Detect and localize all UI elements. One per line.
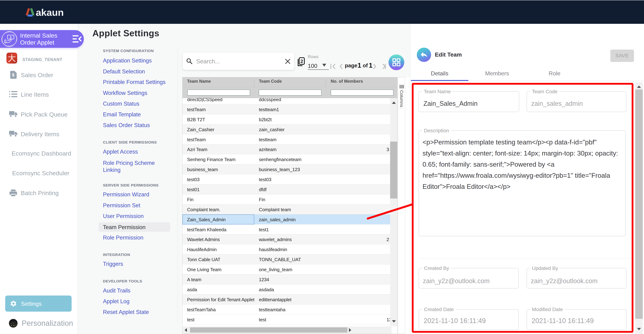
svg-text:$: $ xyxy=(10,36,12,39)
svg-text:$: $ xyxy=(12,72,14,77)
svg-text:2: 2 xyxy=(300,59,303,64)
svg-text:大: 大 xyxy=(8,54,16,63)
